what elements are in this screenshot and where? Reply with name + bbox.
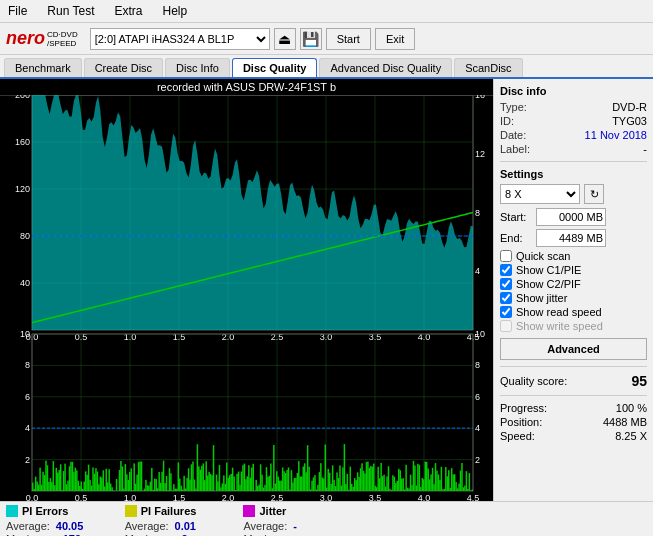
tab-disc-info[interactable]: Disc Info <box>165 58 230 77</box>
pi-errors-legend-label: PI Errors <box>22 505 68 517</box>
disc-date-row: Date: 11 Nov 2018 <box>500 129 647 141</box>
jitter-group: Jitter Average: - Maximum: - PO failures… <box>243 505 356 536</box>
disc-label-value: - <box>643 143 647 155</box>
start-button[interactable]: Start <box>326 28 371 50</box>
stats-bar: PI Errors Average: 40.05 Maximum: 179 To… <box>0 501 653 536</box>
position-row: Position: 4488 MB <box>500 416 647 428</box>
quick-scan-row: Quick scan <box>500 250 647 262</box>
show-jitter-row: Show jitter <box>500 292 647 304</box>
menu-file[interactable]: File <box>4 2 31 20</box>
divider-3 <box>500 395 647 396</box>
advanced-button[interactable]: Advanced <box>500 338 647 360</box>
divider-2 <box>500 366 647 367</box>
chart-title: recorded with ASUS DRW-24F1ST b <box>0 79 493 96</box>
position-label: Position: <box>500 416 542 428</box>
end-mb-row: End: <box>500 229 647 247</box>
show-c2-pif-row: Show C2/PIF <box>500 278 647 290</box>
divider-1 <box>500 161 647 162</box>
speed-select[interactable]: 8 X <box>500 184 580 204</box>
tab-benchmark[interactable]: Benchmark <box>4 58 82 77</box>
save-icon[interactable]: 💾 <box>300 28 322 50</box>
pi-errors-group: PI Errors Average: 40.05 Maximum: 179 To… <box>6 505 113 536</box>
speed-row: 8 X ↻ <box>500 184 647 204</box>
disc-date-label: Date: <box>500 129 526 141</box>
pi-failures-group: PI Failures Average: 0.01 Maximum: 2 Tot… <box>125 505 232 536</box>
disc-type-value: DVD-R <box>612 101 647 113</box>
disc-info-title: Disc info <box>500 85 647 97</box>
start-mb-row: Start: <box>500 208 647 226</box>
tab-scan-disc[interactable]: ScanDisc <box>454 58 522 77</box>
start-mb-label: Start: <box>500 211 532 223</box>
jitter-avg-row: Average: - <box>243 520 356 532</box>
pi-failures-avg-row: Average: 0.01 <box>125 520 232 532</box>
disc-type-label: Type: <box>500 101 527 113</box>
disc-date-value: 11 Nov 2018 <box>585 129 647 141</box>
chart-area: recorded with ASUS DRW-24F1ST b <box>0 79 493 501</box>
app-logo: nero CD·DVD/SPEED <box>6 28 78 49</box>
speed-row: Speed: 8.25 X <box>500 430 647 442</box>
tab-disc-quality[interactable]: Disc Quality <box>232 58 318 77</box>
quality-score-label: Quality score: <box>500 375 567 387</box>
eject-icon[interactable]: ⏏ <box>274 28 296 50</box>
main-content: recorded with ASUS DRW-24F1ST b Disc inf… <box>0 79 653 501</box>
pi-errors-avg-row: Average: 40.05 <box>6 520 113 532</box>
exit-button[interactable]: Exit <box>375 28 415 50</box>
show-read-speed-row: Show read speed <box>500 306 647 318</box>
jitter-avg-value: - <box>293 520 343 532</box>
speed-value: 8.25 X <box>615 430 647 442</box>
menu-run-test[interactable]: Run Test <box>43 2 98 20</box>
start-mb-input[interactable] <box>536 208 606 226</box>
show-c1-pie-label: Show C1/PIE <box>516 264 581 276</box>
pi-failures-legend: PI Failures <box>125 505 232 517</box>
jitter-avg-label: Average: <box>243 520 287 532</box>
pi-errors-legend-box <box>6 505 18 517</box>
pi-errors-avg-label: Average: <box>6 520 50 532</box>
pi-failures-avg-label: Average: <box>125 520 169 532</box>
quick-scan-label: Quick scan <box>516 250 570 262</box>
sidebar: Disc info Type: DVD-R ID: TYG03 Date: 11… <box>493 79 653 501</box>
jitter-legend-label: Jitter <box>259 505 286 517</box>
end-mb-label: End: <box>500 232 532 244</box>
jitter-legend: Jitter <box>243 505 356 517</box>
tab-bar: Benchmark Create Disc Disc Info Disc Qua… <box>0 55 653 79</box>
settings-title: Settings <box>500 168 647 180</box>
disc-type-row: Type: DVD-R <box>500 101 647 113</box>
quick-scan-checkbox[interactable] <box>500 250 512 262</box>
end-mb-input[interactable] <box>536 229 606 247</box>
disc-id-value: TYG03 <box>612 115 647 127</box>
menu-extra[interactable]: Extra <box>110 2 146 20</box>
speed-label: Speed: <box>500 430 535 442</box>
settings-refresh-btn[interactable]: ↻ <box>584 184 604 204</box>
show-write-speed-row: Show write speed <box>500 320 647 332</box>
pi-failures-legend-label: PI Failures <box>141 505 197 517</box>
pi-errors-avg-value: 40.05 <box>56 520 106 532</box>
jitter-legend-box <box>243 505 255 517</box>
menu-help[interactable]: Help <box>159 2 192 20</box>
show-jitter-label: Show jitter <box>516 292 567 304</box>
disc-id-label: ID: <box>500 115 514 127</box>
pi-errors-legend: PI Errors <box>6 505 113 517</box>
progress-value: 100 % <box>616 402 647 414</box>
tab-create-disc[interactable]: Create Disc <box>84 58 163 77</box>
logo-subtitle: CD·DVD/SPEED <box>47 30 78 48</box>
disc-label-row: Label: - <box>500 143 647 155</box>
show-c2-pif-checkbox[interactable] <box>500 278 512 290</box>
show-read-speed-checkbox[interactable] <box>500 306 512 318</box>
disc-id-row: ID: TYG03 <box>500 115 647 127</box>
progress-section: Progress: 100 % Position: 4488 MB Speed:… <box>500 402 647 442</box>
progress-row: Progress: 100 % <box>500 402 647 414</box>
show-write-speed-label: Show write speed <box>516 320 603 332</box>
show-read-speed-label: Show read speed <box>516 306 602 318</box>
show-c1-pie-row: Show C1/PIE <box>500 264 647 276</box>
show-jitter-checkbox[interactable] <box>500 292 512 304</box>
toolbar: nero CD·DVD/SPEED [2:0] ATAPI iHAS324 A … <box>0 23 653 55</box>
show-c2-pif-label: Show C2/PIF <box>516 278 581 290</box>
drive-select[interactable]: [2:0] ATAPI iHAS324 A BL1P <box>90 28 270 50</box>
quality-score-value: 95 <box>631 373 647 389</box>
position-value: 4488 MB <box>603 416 647 428</box>
pi-failures-avg-value: 0.01 <box>175 520 225 532</box>
show-c1-pie-checkbox[interactable] <box>500 264 512 276</box>
menu-bar: File Run Test Extra Help <box>0 0 653 23</box>
show-write-speed-checkbox[interactable] <box>500 320 512 332</box>
tab-advanced-disc-quality[interactable]: Advanced Disc Quality <box>319 58 452 77</box>
